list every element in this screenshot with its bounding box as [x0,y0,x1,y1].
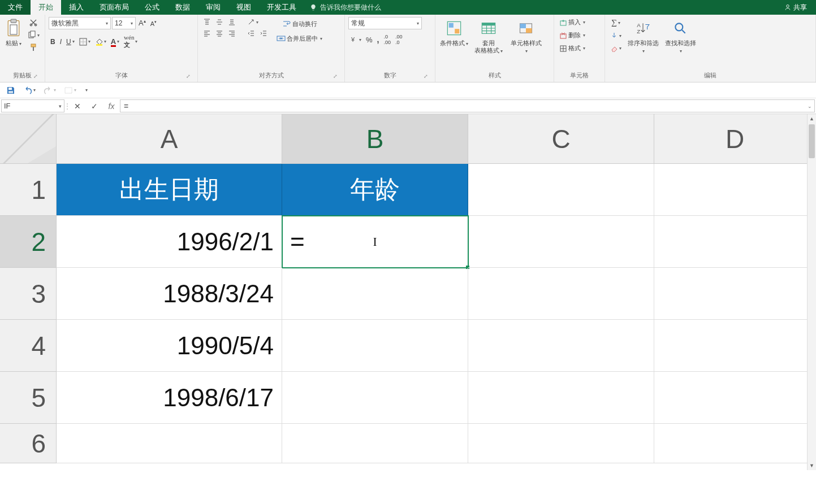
cell-A6[interactable] [57,424,282,463]
insert-function-button[interactable]: fx [103,98,120,114]
tab-data[interactable]: 数据 [167,0,198,15]
cell-D3[interactable] [654,268,816,320]
wrap-text-button[interactable]: 自动换行 [275,17,324,31]
currency-button[interactable]: ¥▾ [348,34,363,45]
increase-indent-button[interactable] [258,28,269,38]
cell-styles-button[interactable]: 单元格样式▾ [508,17,544,56]
column-header-A[interactable]: A [57,114,282,164]
cell-B6[interactable] [282,424,468,463]
cell-A1[interactable]: 出生日期 [57,164,282,216]
row-header-1[interactable]: 1 [0,164,57,216]
enter-formula-button[interactable]: ✓ [86,98,103,114]
align-top-button[interactable] [201,17,213,27]
cell-B3[interactable] [282,268,468,320]
cut-button[interactable] [25,17,41,28]
number-format-select[interactable]: 常规▾ [348,17,422,29]
cell-D2[interactable] [654,216,816,268]
phonetic-button[interactable]: wén文▾ [122,33,139,50]
copy-button[interactable]: ▾ [25,29,41,41]
align-left-button[interactable] [201,28,213,38]
row-header-6[interactable]: 6 [0,424,57,463]
insert-cells-button[interactable]: 插入▾ [558,17,587,28]
font-size-select[interactable]: 12▾ [112,17,136,29]
autosum-button[interactable]: ∑▾ [608,17,623,28]
sort-filter-button[interactable]: AZ 排序和筛选▾ [625,17,660,56]
align-middle-button[interactable] [214,17,225,27]
tab-insert[interactable]: 插入 [61,0,92,15]
scroll-down-button[interactable]: ▼ [808,461,816,470]
share-button[interactable]: 共享 [779,0,813,15]
cell-D5[interactable] [654,372,816,424]
cell-B2[interactable]: = I [282,216,468,268]
row-header-5[interactable]: 5 [0,372,57,424]
format-painter-button[interactable] [25,42,41,53]
font-launcher[interactable]: ⤢ [185,73,192,80]
align-right-button[interactable] [226,28,238,38]
orientation-button[interactable]: ▾ [245,17,260,27]
clear-button[interactable]: ▾ [608,43,623,53]
bold-button[interactable]: B [49,37,57,47]
cell-D6[interactable] [654,424,816,463]
scroll-thumb[interactable] [809,124,815,158]
scroll-track[interactable] [808,123,816,461]
cell-B5[interactable] [282,372,468,424]
border-button[interactable]: ▾ [77,37,92,47]
select-all-corner[interactable] [0,114,57,164]
merge-center-button[interactable]: 合并后居中▾ [275,32,324,45]
tab-page-layout[interactable]: 页面布局 [92,0,137,15]
cell-B1[interactable]: 年龄 [282,164,468,216]
align-center-button[interactable] [214,28,225,38]
tell-me-search[interactable]: 告诉我你想要做什么 [304,0,387,15]
cell-C6[interactable] [468,424,654,463]
increase-font-button[interactable]: A▴ [137,18,148,28]
percent-button[interactable]: % [364,34,374,45]
redo-button[interactable]: ▾ [42,85,58,96]
conditional-format-button[interactable]: 条件格式▾ [439,17,469,49]
decrease-font-button[interactable]: A▾ [149,19,158,28]
clipboard-launcher[interactable]: ⤢ [32,73,39,80]
cell-A4[interactable]: 1990/5/4 [57,320,282,372]
find-select-button[interactable]: 查找和选择▾ [663,17,698,56]
cell-A2[interactable]: 1996/2/1 [57,216,282,268]
row-header-3[interactable]: 3 [0,268,57,320]
tab-developer[interactable]: 开发工具 [259,0,304,15]
scroll-up-button[interactable]: ▲ [808,114,816,123]
vertical-scrollbar[interactable]: ▲ ▼ [807,114,816,470]
qat-extra-button[interactable]: ▾ [62,85,78,96]
cell-C3[interactable] [468,268,654,320]
tab-home[interactable]: 开始 [31,0,61,15]
cell-D1[interactable] [654,164,816,216]
paste-button[interactable]: 粘贴▾ [3,17,23,49]
fill-button[interactable]: ▾ [608,31,623,41]
tab-view[interactable]: 视图 [228,0,259,15]
column-header-D[interactable]: D [654,114,816,164]
align-bottom-button[interactable] [226,17,238,27]
save-button[interactable] [5,85,17,96]
font-name-select[interactable]: 微软雅黑▾ [49,17,111,29]
name-box[interactable]: IF ▾ [1,99,64,112]
undo-button[interactable]: ▾ [21,85,37,96]
underline-button[interactable]: U▾ [64,37,76,47]
font-color-button[interactable]: A▾ [109,36,121,47]
cell-C5[interactable] [468,372,654,424]
formula-input[interactable]: = ⌄ [120,99,815,112]
decrease-indent-button[interactable] [245,28,257,38]
cell-A5[interactable]: 1998/6/17 [57,372,282,424]
cell-D4[interactable] [654,320,816,372]
format-cells-button[interactable]: 格式▾ [558,43,587,54]
align-launcher[interactable]: ⤢ [332,73,339,80]
cancel-formula-button[interactable]: ✕ [69,98,86,114]
comma-button[interactable]: , [375,34,381,45]
fill-color-button[interactable]: ▾ [93,37,108,47]
cell-C2[interactable] [468,216,654,268]
expand-formula-bar-button[interactable]: ⌄ [808,103,812,109]
format-as-table-button[interactable]: 套用 表格格式▾ [472,17,506,56]
column-header-C[interactable]: C [468,114,654,164]
number-launcher[interactable]: ⤢ [422,73,429,80]
italic-button[interactable]: I [58,37,63,47]
delete-cells-button[interactable]: 删除▾ [558,30,587,41]
tab-formulas[interactable]: 公式 [137,0,167,15]
cell-B4[interactable] [282,320,468,372]
cell-C4[interactable] [468,320,654,372]
column-header-B[interactable]: B [282,114,468,164]
